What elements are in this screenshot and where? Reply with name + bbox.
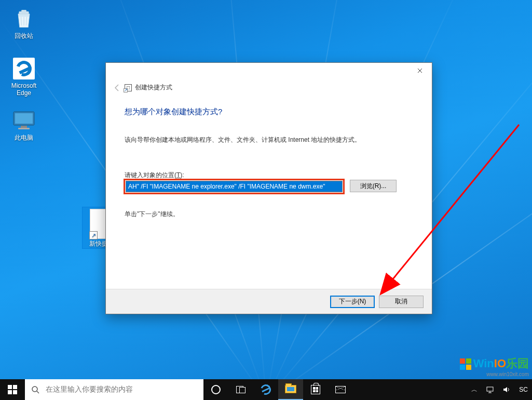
monitor-icon (12, 111, 36, 130)
back-button[interactable] (113, 84, 121, 94)
search-box[interactable]: 在这里输入你要搜索的内容 (25, 379, 203, 400)
svg-rect-4 (21, 126, 27, 128)
system-tray: ︿ SC (467, 379, 532, 400)
task-view-button[interactable] (228, 379, 253, 400)
desktop[interactable]: 回收站 Microsoft Edge 此电脑 ↗ 新快捷方 (0, 0, 532, 400)
volume-button[interactable] (498, 379, 515, 400)
store-icon (311, 385, 320, 394)
shortcut-mini-icon: □↗ (125, 84, 132, 91)
create-shortcut-dialog: □↗ 创建快捷方式 想为哪个对象创建快捷方式? 该向导帮你创建本地或网络程序、文… (105, 62, 432, 314)
this-pc-label: 此电脑 (4, 134, 44, 141)
volume-icon (502, 385, 511, 394)
back-arrow-icon (113, 84, 121, 92)
recycle-bin-label: 回收站 (4, 32, 44, 39)
location-input-value: AH" /FI "IMAGENAME ne explorer.exe" /FI … (126, 181, 342, 192)
windows-color-icon (460, 358, 471, 370)
svg-rect-3 (15, 113, 33, 124)
shortcut-overlay-icon: ↗ (89, 231, 98, 239)
svg-rect-9 (487, 387, 493, 391)
dialog-headline: 想为哪个对象创建快捷方式? (125, 107, 222, 117)
search-placeholder: 在这里输入你要搜索的内容 (46, 385, 133, 394)
search-icon (25, 385, 46, 394)
cortana-icon (211, 385, 221, 394)
cancel-button[interactable]: 取消 (379, 296, 424, 308)
edge-icon (13, 58, 35, 79)
chevron-up-icon: ︿ (471, 385, 478, 394)
start-button[interactable] (0, 379, 25, 400)
cortana-button[interactable] (203, 379, 228, 400)
folder-icon (285, 385, 296, 393)
dialog-title: 创建快捷方式 (135, 83, 172, 92)
edge-taskbar-button[interactable] (253, 379, 278, 400)
edge-icon (259, 383, 273, 397)
mail-icon (335, 386, 346, 393)
browse-button[interactable]: 浏览(R)... (350, 180, 397, 192)
dialog-footer: 下一步(N) 取消 (106, 289, 432, 314)
task-view-icon (236, 386, 245, 393)
close-icon (417, 68, 422, 73)
tray-text: SC (515, 379, 532, 400)
watermark-url: www.win10xit.com (460, 371, 529, 377)
windows-icon (8, 385, 17, 394)
svg-rect-5 (18, 128, 30, 129)
tray-overflow-button[interactable]: ︿ (467, 379, 482, 400)
close-button[interactable] (408, 63, 432, 78)
next-button[interactable]: 下一步(N) (330, 296, 375, 308)
network-button[interactable] (482, 379, 498, 400)
trash-icon (12, 7, 35, 30)
edge-desktop-icon[interactable]: Microsoft Edge (4, 56, 44, 97)
location-input[interactable]: AH" /FI "IMAGENAME ne explorer.exe" /FI … (126, 181, 343, 192)
svg-point-7 (32, 386, 37, 392)
store-button[interactable] (303, 379, 328, 400)
dialog-description: 该向导帮你创建本地或网络程序、文件、文件夹、计算机或 Internet 地址的快… (125, 136, 361, 144)
svg-line-8 (37, 391, 39, 393)
svg-rect-1 (21, 10, 26, 12)
network-icon (486, 385, 494, 394)
continue-hint: 单击"下一步"继续。 (125, 210, 179, 219)
recycle-bin-icon[interactable]: 回收站 (4, 6, 44, 39)
edge-label: Microsoft Edge (4, 82, 44, 97)
mail-button[interactable] (328, 379, 353, 400)
dialog-title-row: □↗ 创建快捷方式 (125, 83, 172, 92)
taskbar: 在这里输入你要搜索的内容 ︿ SC (0, 379, 532, 400)
this-pc-icon[interactable]: 此电脑 (4, 108, 44, 141)
file-explorer-button[interactable] (278, 379, 303, 400)
annotation-highlight: AH" /FI "IMAGENAME ne explorer.exe" /FI … (124, 179, 345, 194)
watermark: WinIO乐园 www.win10xit.com (460, 356, 529, 377)
